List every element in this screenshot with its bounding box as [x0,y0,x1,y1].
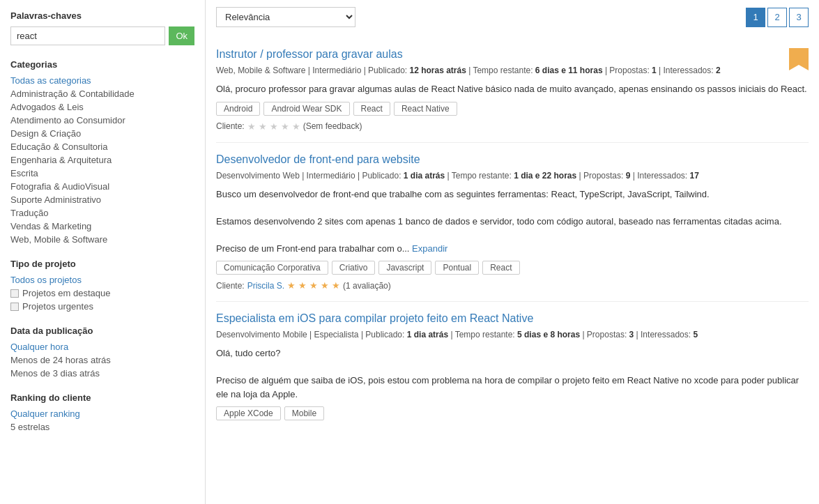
page-1-button[interactable]: 1 [746,8,765,27]
job-tags-2: Comunicação Corporativa Criativo Javascr… [216,261,809,275]
category-link[interactable]: Escrita [10,168,38,178]
tag[interactable]: React [482,261,519,275]
filter-item-urgent: Projetos urgentes [10,301,194,312]
star-1: ★ [247,121,256,132]
keywords-label: Palavras-chaves [10,10,194,21]
keywords-section: Palavras-chaves Ok [10,10,194,45]
client-name-2[interactable]: Priscila S. [247,281,284,291]
sort-bar: Relevância Mais recentes Mais antigas 1 … [216,7,809,27]
star-3: ★ [309,280,318,291]
page-3-button[interactable]: 3 [789,8,809,27]
date-filter-3days[interactable]: Menos de 3 dias atrás [10,368,194,379]
category-list: Todas as categorias Administração & Cont… [10,75,194,245]
date-filter-24h[interactable]: Menos de 24 horas atrás [10,355,194,365]
checkbox-highlight[interactable] [10,289,19,298]
client-label: Cliente: [216,121,245,131]
client-ranking-section: Ranking do cliente Qualquer ranking 5 es… [10,392,194,432]
category-link[interactable]: Engenharia & Arquitetura [10,155,112,165]
ranking-5stars[interactable]: 5 estrelas [10,422,194,432]
list-item: Web, Mobile & Software [10,234,194,245]
job-title-1[interactable]: Instrutor / professor para gravar aulas [216,48,809,61]
categories-label: Categorias [10,59,194,70]
job-item-3: Especialista em iOS para compilar projet… [216,302,809,436]
star-1: ★ [287,280,296,291]
tag[interactable]: Comunicação Corporativa [216,261,328,275]
list-item: Todas as categorias [10,75,194,86]
all-projects-link[interactable]: Todos os projetos [10,275,194,285]
client-label: Cliente: [216,281,245,291]
category-link[interactable]: Web, Mobile & Software [10,234,107,245]
project-type-label: Tipo de projeto [10,259,194,269]
tag[interactable]: Pontual [435,261,479,275]
main-content: Relevância Mais recentes Mais antigas 1 … [206,0,819,504]
job-desc-3: Olá, tudo certo? Preciso de alguém que s… [216,346,809,401]
client-ranking-label: Ranking do cliente [10,392,194,403]
tag[interactable]: React Native [394,102,457,116]
category-link[interactable]: Tradução [10,208,48,218]
category-link[interactable]: Suporte Administrativo [10,194,101,205]
job-item-2: Desenvolvedor de front-end para website … [216,143,809,303]
job-title-2[interactable]: Desenvolvedor de front-end para website [216,153,809,166]
client-feedback: (1 avaliação) [343,281,391,291]
star-5: ★ [332,280,340,291]
category-link[interactable]: Administração & Contabilidade [10,89,135,99]
list-item: Escrita [10,168,194,178]
job-meta-3: Desenvolvimento Mobile | Especialista | … [216,328,809,341]
tag[interactable]: Android Wear SDK [263,102,349,116]
page-2-button[interactable]: 2 [767,8,787,27]
checkbox-urgent[interactable] [10,303,19,311]
expand-link-2[interactable]: Expandir [412,243,447,254]
job-item-1: Instrutor / professor para gravar aulas … [216,38,809,143]
tag[interactable]: Javascript [378,261,431,275]
category-link[interactable]: Fotografia & AudioVisual [10,181,109,192]
job-tags-3: Apple XCode Mobile [216,406,809,420]
list-item: Engenharia & Arquitetura [10,155,194,165]
category-link[interactable]: Educação & Consultoria [10,142,107,152]
star-3: ★ [270,121,278,132]
list-item: Design & Criação [10,128,194,139]
job-title-3[interactable]: Especialista em iOS para compilar projet… [216,312,809,325]
filter-label: Projetos em destaque [22,288,110,298]
star-4: ★ [281,121,289,132]
search-button[interactable]: Ok [169,26,194,45]
pagination: 1 2 3 [746,8,809,27]
publication-date-section: Data da publicação Qualquer hora Menos d… [10,326,194,379]
sidebar: Palavras-chaves Ok Categorias Todas as c… [0,0,206,504]
category-link[interactable]: Design & Criação [10,128,81,139]
list-item: Advogados & Leis [10,102,194,112]
tag[interactable]: Mobile [284,406,324,420]
list-item: Vendas & Marketing [10,221,194,231]
client-feedback: (Sem feedback) [303,121,362,131]
star-2: ★ [298,280,307,291]
list-item: Fotografia & AudioVisual [10,181,194,192]
date-filter-any[interactable]: Qualquer hora [10,342,194,352]
star-4: ★ [321,280,329,291]
publication-date-label: Data da publicação [10,326,194,336]
category-link[interactable]: Atendimento ao Consumidor [10,115,125,125]
search-row: Ok [10,26,194,45]
list-item: Atendimento ao Consumidor [10,115,194,125]
job-tags-1: Android Android Wear SDK React React Nat… [216,102,809,116]
job-meta-1: Web, Mobile & Software | Intermediário |… [216,64,809,77]
project-type-section: Tipo de projeto Todos os projetos Projet… [10,259,194,312]
job-desc-2: Busco um desenvolvedor de front-end que … [216,188,809,256]
category-link-all[interactable]: Todas as categorias [10,75,91,86]
category-link[interactable]: Advogados & Leis [10,102,84,112]
job-client-1: Cliente: ★ ★ ★ ★ ★ (Sem feedback) [216,121,809,132]
tag[interactable]: React [353,102,390,116]
filter-item-highlight: Projetos em destaque [10,288,194,298]
filter-label: Projetos urgentes [22,301,93,312]
tag[interactable]: Android [216,102,260,116]
tag[interactable]: Criativo [332,261,376,275]
star-2: ★ [259,121,267,132]
list-item: Tradução [10,208,194,218]
job-meta-2: Desenvolvimento Web | Intermediário | Pu… [216,169,809,182]
sort-select[interactable]: Relevância Mais recentes Mais antigas [216,7,355,27]
job-client-2: Cliente: Priscila S. ★ ★ ★ ★ ★ (1 avalia… [216,280,809,291]
tag[interactable]: Apple XCode [216,406,281,420]
category-link[interactable]: Vendas & Marketing [10,221,91,231]
ranking-any[interactable]: Qualquer ranking [10,408,194,419]
job-desc-1: Olá, procuro professor para gravar algum… [216,82,809,96]
search-input[interactable] [10,26,165,45]
star-5: ★ [292,121,300,132]
